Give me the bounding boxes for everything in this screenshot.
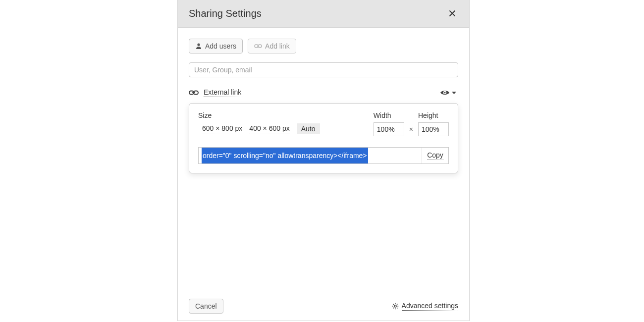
svg-point-0 [197, 44, 200, 46]
user-icon [195, 43, 202, 50]
dimension-group: Width × Height [374, 111, 449, 136]
user-search-input[interactable] [189, 62, 458, 77]
embed-code-field[interactable]: order="0" scrolling="no" allowtransparen… [199, 148, 422, 163]
add-users-button[interactable]: Add users [189, 39, 243, 54]
size-label: Size [198, 111, 320, 119]
svg-point-9 [394, 305, 396, 307]
embed-panel: Size 600 × 800 px 400 × 600 px Auto Widt… [189, 103, 458, 173]
cancel-label: Cancel [195, 302, 217, 310]
dialog-titlebar: Sharing Settings [178, 0, 469, 28]
svg-line-14 [393, 304, 393, 305]
embed-code-row: order="0" scrolling="no" allowtransparen… [198, 147, 449, 164]
copy-button[interactable]: Copy [422, 148, 448, 163]
external-link-left: External link [189, 88, 241, 97]
add-link-label: Add link [265, 42, 290, 50]
dialog-body: Add users Add link External link [178, 28, 469, 292]
preset-auto[interactable]: Auto [297, 123, 320, 134]
svg-line-15 [397, 308, 397, 308]
preset-600x800[interactable]: 600 × 800 px [202, 124, 242, 133]
dimension-separator: × [409, 125, 413, 136]
permission-dropdown[interactable] [438, 88, 458, 97]
size-presets: 600 × 800 px 400 × 600 px Auto [198, 123, 320, 134]
close-button[interactable] [446, 6, 458, 21]
width-label: Width [374, 111, 404, 119]
toolbar-row: Add users Add link [189, 39, 458, 54]
size-row: Size 600 × 800 px 400 × 600 px Auto Widt… [198, 111, 449, 136]
svg-line-16 [397, 304, 397, 305]
svg-point-8 [444, 92, 445, 93]
external-link-row: External link [189, 88, 458, 97]
external-link-label[interactable]: External link [204, 88, 241, 97]
advanced-settings-link[interactable]: Advanced settings [392, 302, 458, 311]
svg-line-17 [393, 308, 393, 308]
add-link-button[interactable]: Add link [248, 39, 296, 54]
gear-icon [392, 303, 399, 310]
copy-label: Copy [427, 151, 443, 160]
sharing-settings-dialog: Sharing Settings Add users Add link [177, 0, 470, 321]
dialog-footer: Cancel Advanced settings [178, 292, 469, 321]
close-icon [448, 9, 456, 17]
height-label: Height [418, 111, 449, 119]
link-icon [254, 43, 262, 50]
link-icon [189, 89, 199, 96]
eye-icon [440, 89, 450, 96]
svg-rect-3 [257, 46, 260, 47]
height-input[interactable] [418, 122, 449, 136]
add-users-label: Add users [205, 42, 236, 50]
dialog-title: Sharing Settings [189, 8, 262, 19]
preset-400x600[interactable]: 400 × 600 px [249, 124, 289, 133]
width-input[interactable] [374, 122, 404, 136]
embed-code-selection: order="0" scrolling="no" allowtransparen… [202, 148, 368, 163]
cancel-button[interactable]: Cancel [189, 299, 223, 314]
advanced-settings-label: Advanced settings [402, 302, 458, 311]
chevron-down-icon [452, 91, 456, 95]
svg-rect-6 [192, 92, 195, 93]
